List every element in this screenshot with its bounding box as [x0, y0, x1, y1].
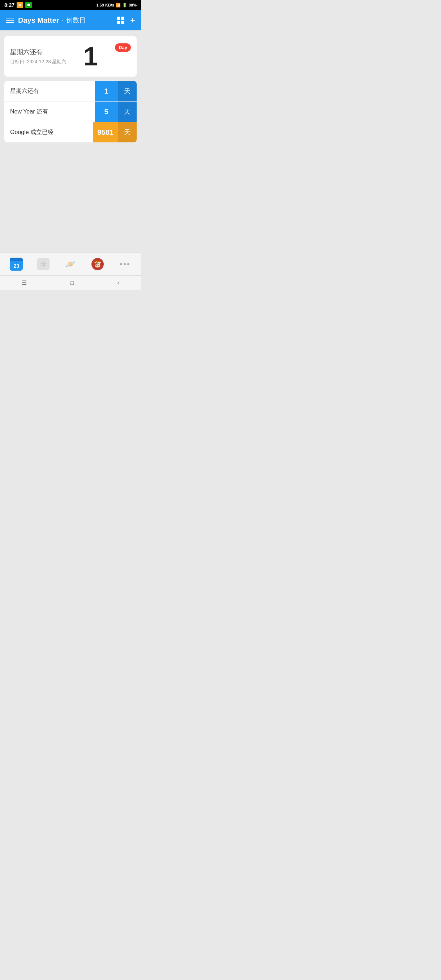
content-area	[0, 144, 141, 252]
featured-date: 目标日: 2024-12-28 星期六	[10, 59, 66, 65]
star-icon: ☆	[37, 258, 49, 270]
android-home-button[interactable]: □	[70, 280, 74, 286]
list-item-count-2: 5	[95, 102, 118, 122]
list-item-label-1: 星期六还有	[4, 88, 95, 95]
featured-card[interactable]: 星期六还有 目标日: 2024-12-28 星期六 1 Day	[4, 36, 137, 76]
list-item-unit-1: 天	[118, 81, 137, 101]
featured-title: 星期六还有	[10, 48, 66, 56]
app-bar: Days Matter · 倒数日 +	[0, 10, 141, 30]
android-back-button[interactable]: ‹	[117, 280, 119, 286]
network-speed: 1.59 KB/s	[96, 3, 114, 7]
list-item-count-3: 9581	[93, 122, 118, 142]
nav-item-calendar[interactable]: 23	[3, 253, 30, 275]
calendar-icon: 23	[10, 258, 23, 270]
battery-percent: 88%	[129, 3, 137, 7]
list-section: 星期六还有 1 天 New Year 还有 5 天 Google 成立已经 95…	[4, 81, 137, 142]
nav-item-more[interactable]	[111, 253, 138, 275]
list-item-unit-2: 天	[118, 102, 137, 122]
avatar-icon: 🐮	[91, 258, 104, 270]
status-bar: 8:27 ✉ 💬 1.59 KB/s 📶 🔋 88%	[0, 0, 141, 10]
list-item-count-1: 1	[95, 81, 118, 101]
list-item[interactable]: 星期六还有 1 天	[4, 81, 137, 102]
android-menu-button[interactable]: ☰	[22, 279, 27, 286]
planet-icon: 🪐	[64, 258, 76, 270]
title-separator: ·	[62, 18, 63, 23]
featured-card-left: 星期六还有 目标日: 2024-12-28 星期六	[10, 48, 66, 65]
list-item[interactable]: New Year 还有 5 天	[4, 102, 137, 122]
list-item-unit-3: 天	[118, 122, 137, 142]
android-nav: ☰ □ ‹	[0, 275, 141, 290]
nav-item-starred[interactable]: ☆	[30, 253, 57, 275]
status-left: 8:27 ✉ 💬	[4, 2, 32, 8]
list-item[interactable]: Google 成立已经 9581 天	[4, 122, 137, 142]
mail-icon: ✉	[17, 2, 23, 8]
list-item-label-2: New Year 还有	[4, 108, 95, 116]
status-time: 8:27	[4, 2, 14, 8]
status-right: 1.59 KB/s 📶 🔋 88%	[96, 3, 137, 8]
wechat-icon: 💬	[25, 2, 32, 8]
nav-item-profile[interactable]: 🐮	[84, 253, 111, 275]
nav-item-explore[interactable]: 🪐	[57, 253, 84, 275]
menu-button[interactable]	[6, 18, 14, 23]
featured-count: 1	[83, 43, 98, 69]
signal-icon: 📶	[116, 3, 121, 8]
add-button[interactable]: +	[130, 15, 135, 25]
day-badge: Day	[115, 43, 131, 52]
app-bar-title: Days Matter · 倒数日	[18, 16, 113, 25]
grid-view-button[interactable]	[117, 17, 124, 24]
list-item-label-3: Google 成立已经	[4, 129, 93, 136]
battery-icon: 🔋	[122, 3, 127, 8]
bottom-nav: 23 ☆ 🪐 🐮	[0, 252, 141, 275]
more-icon	[120, 263, 129, 265]
app-title-main: Days Matter	[18, 16, 59, 25]
app-bar-actions: +	[117, 15, 135, 25]
app-title-sub: 倒数日	[66, 16, 86, 25]
